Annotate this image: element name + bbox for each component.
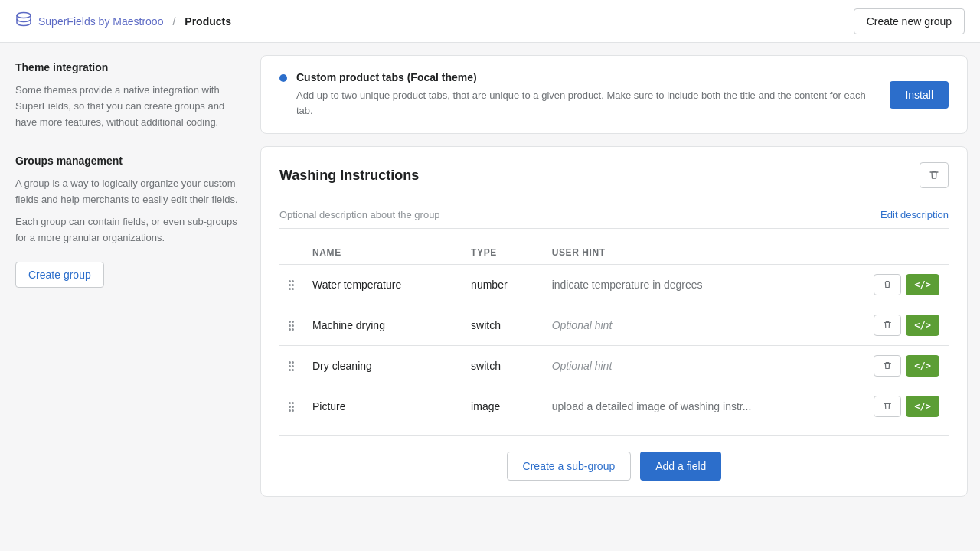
table-row: Dry cleaning switch Optional hint </> [279,346,949,386]
nav-left: SuperFields by Maestrooo / Products [15,11,231,31]
delete-group-button[interactable] [920,162,949,188]
code-icon: </> [914,320,931,331]
field-name: Picture [303,386,462,427]
fields-table-body: Water temperature number indicate temper… [279,265,949,427]
field-delete-button[interactable] [874,355,901,377]
theme-card-content: Custom product tabs (Focal theme) Add up… [296,71,880,118]
col-name: NAME [303,241,462,265]
field-actions: </> [874,315,939,336]
page-title: Products [185,15,231,28]
col-actions [864,241,949,265]
group-card: Washing Instructions Optional descriptio… [260,146,968,497]
drag-cell [279,305,303,346]
field-delete-button[interactable] [874,315,901,336]
drag-cell [279,386,303,427]
theme-section-text: Some themes provide a native integration… [15,83,245,130]
edit-description-link[interactable]: Edit description [880,209,949,220]
card-footer: Create a sub-group Add a field [279,435,949,481]
install-button[interactable]: Install [890,81,949,109]
col-type: TYPE [462,241,543,265]
drag-handle-icon[interactable] [289,280,294,290]
groups-section-text1: A group is a way to logically organize y… [15,176,245,208]
field-name: Machine drying [303,305,462,346]
fields-table-header-row: NAME TYPE USER HINT [279,241,949,265]
create-group-button[interactable]: Create group [15,262,104,288]
fields-table-head: NAME TYPE USER HINT [279,241,949,265]
field-delete-button[interactable] [874,396,901,417]
code-icon: </> [914,279,931,290]
field-hint-placeholder: Optional hint [552,360,612,372]
field-hint-cell: indicate temperature in degrees [543,265,865,305]
group-header: Washing Instructions [279,162,949,188]
main-layout: Theme integration Some themes provide a … [0,43,980,551]
groups-section-text2: Each group can contain fields, or even s… [15,214,245,246]
trash-icon [882,320,893,331]
drag-cell [279,265,303,305]
group-description-row: Optional description about the group Edi… [279,201,949,229]
trash-icon [928,169,940,181]
nav-separator: / [172,15,175,28]
field-hint-cell: Optional hint [543,346,865,386]
col-user-hint: USER HINT [543,241,865,265]
field-hint-placeholder: Optional hint [552,319,612,331]
create-new-group-button[interactable]: Create new group [854,8,965,34]
field-type: image [462,386,543,427]
field-actions-cell: </> [864,346,949,386]
field-code-button[interactable]: </> [906,396,939,417]
drag-handle-icon[interactable] [289,361,294,371]
sidebar-theme-section: Theme integration Some themes provide a … [15,61,245,130]
field-hint-cell: Optional hint [543,305,865,346]
table-row: Picture image upload a detailed image of… [279,386,949,427]
field-code-button[interactable]: </> [906,315,939,336]
col-drag [279,241,303,265]
field-type: switch [462,346,543,386]
fields-table: NAME TYPE USER HINT [279,241,949,426]
description-placeholder: Optional description about the group [279,209,440,220]
svg-point-0 [17,13,31,18]
field-actions: </> [874,396,939,417]
field-type: number [462,265,543,305]
app-name[interactable]: SuperFields by Maestrooo [38,15,163,28]
groups-section-title: Groups management [15,155,245,167]
field-hint-value: upload a detailed image of washing instr… [552,400,752,412]
field-actions: </> [874,274,939,295]
app-icon [15,11,32,31]
field-delete-button[interactable] [874,274,901,295]
theme-card-inner: Custom product tabs (Focal theme) Add up… [279,71,949,118]
theme-card-text: Add up to two unique product tabs, that … [296,88,880,118]
drag-handle-icon[interactable] [289,321,294,331]
theme-card-title: Custom product tabs (Focal theme) [296,71,880,83]
theme-card: Custom product tabs (Focal theme) Add up… [260,55,968,134]
drag-handle-icon[interactable] [289,402,294,412]
field-actions-cell: </> [864,265,949,305]
sidebar: Theme integration Some themes provide a … [0,43,260,551]
field-name: Dry cleaning [303,346,462,386]
field-actions: </> [874,355,939,377]
sidebar-groups-section: Groups management A group is a way to lo… [15,155,245,287]
content-area: Custom product tabs (Focal theme) Add up… [260,43,980,551]
field-actions-cell: </> [864,386,949,427]
code-icon: </> [914,401,931,412]
group-title: Washing Instructions [279,168,419,184]
trash-icon [882,360,893,371]
code-icon: </> [914,360,931,371]
add-field-button[interactable]: Add a field [640,452,721,481]
table-row: Water temperature number indicate temper… [279,265,949,305]
field-name: Water temperature [303,265,462,305]
table-row: Machine drying switch Optional hint </> [279,305,949,346]
top-nav: SuperFields by Maestrooo / Products Crea… [0,0,980,43]
trash-icon [882,279,893,290]
field-actions-cell: </> [864,305,949,346]
theme-section-title: Theme integration [15,61,245,73]
create-sub-group-button[interactable]: Create a sub-group [507,452,632,481]
field-hint-value: indicate temperature in degrees [552,279,703,291]
field-type: switch [462,305,543,346]
trash-icon [882,401,893,412]
theme-dot-icon [279,74,287,82]
field-hint-cell: upload a detailed image of washing instr… [543,386,865,427]
field-code-button[interactable]: </> [906,274,939,295]
field-code-button[interactable]: </> [906,355,939,377]
drag-cell [279,346,303,386]
